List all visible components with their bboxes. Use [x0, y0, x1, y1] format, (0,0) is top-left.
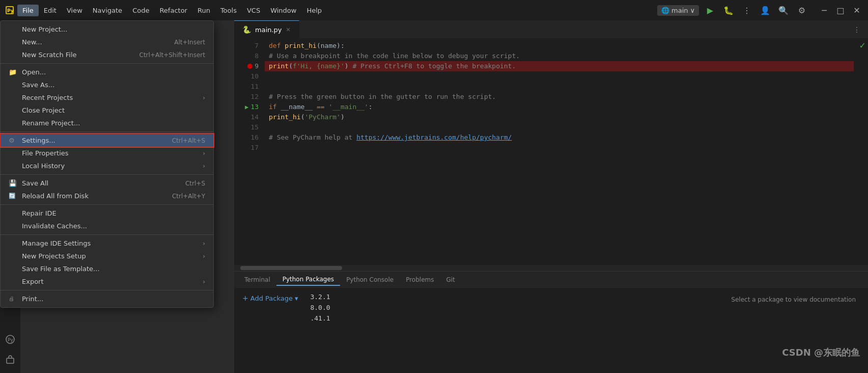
menu-refactor[interactable]: Refactor — [154, 5, 192, 16]
menu-file[interactable]: File — [17, 5, 39, 16]
minimize-button[interactable]: ─ — [817, 3, 831, 17]
line-gutter: 7 8 9 10 11 12 ▶ 13 14 15 16 17 — [234, 39, 265, 265]
code-line-14: print_hi('PyCharm') — [265, 112, 854, 122]
new-scratch-shortcut: Ctrl+Alt+Shift+Insert — [139, 51, 205, 59]
svg-rect-12 — [7, 358, 14, 363]
horizontal-scrollbar[interactable] — [234, 265, 868, 271]
new-projects-setup-arrow: › — [203, 253, 205, 260]
code-line-11 — [265, 82, 854, 92]
new-projects-setup-label: New Projects Setup — [22, 252, 199, 260]
menu-item-new-projects-setup[interactable]: New Projects Setup › — [1, 250, 213, 262]
package-item-2[interactable]: 8.0.0 — [308, 303, 575, 312]
menu-item-save-file-template[interactable]: Save File as Template... — [1, 262, 213, 275]
menu-item-invalidate-caches[interactable]: Invalidate Caches... — [1, 220, 213, 232]
close-button[interactable]: ✕ — [850, 3, 864, 17]
menu-item-file-properties[interactable]: File Properties › — [1, 147, 213, 159]
menu-vcs[interactable]: VCS — [242, 5, 265, 16]
line-num-12: 12 — [234, 92, 265, 102]
file-properties-arrow: › — [203, 150, 205, 157]
menu-item-new-project[interactable]: New Project... — [1, 23, 213, 36]
menu-edit[interactable]: Edit — [39, 5, 62, 16]
run-button[interactable]: ▶ — [703, 3, 717, 17]
print-label: Print... — [22, 295, 205, 303]
menu-item-recent-projects[interactable]: Recent Projects › — [1, 91, 213, 104]
menu-navigate[interactable]: Navigate — [88, 5, 127, 16]
menu-item-save-all[interactable]: 💾 Save All Ctrl+S — [1, 177, 213, 190]
menu-item-print[interactable]: 🖨 Print... — [1, 292, 213, 305]
line-num-14: 14 — [234, 112, 265, 122]
menu-tools[interactable]: Tools — [215, 5, 242, 16]
menu-run[interactable]: Run — [192, 5, 215, 16]
settings-icon: ⚙ — [9, 137, 19, 144]
package-item-1[interactable]: 3.2.1 — [308, 292, 575, 302]
run-configuration[interactable]: 🌐 main ∨ — [657, 5, 699, 16]
tab-actions: ⋮ — [850, 20, 868, 38]
line-num-13: ▶ 13 — [234, 102, 265, 112]
menu-item-new-scratch[interactable]: New Scratch File Ctrl+Alt+Shift+Insert — [1, 48, 213, 61]
editor-tabs: 🐍 main.py ✕ ⋮ — [234, 20, 868, 39]
bottom-panel: Terminal Python Packages Python Console … — [234, 271, 868, 373]
code-line-16: # See PyCharm help at https://www.jetbra… — [265, 132, 854, 143]
svg-text:Py: Py — [7, 8, 14, 13]
menu-item-settings[interactable]: ⚙ Settings... Ctrl+Alt+S — [1, 134, 213, 147]
title-bar: Py File Edit View Navigate Code Refactor… — [0, 0, 868, 20]
menu-item-new[interactable]: New... Alt+Insert — [1, 36, 213, 48]
menu-item-open[interactable]: 📁 Open... — [1, 66, 213, 78]
bottom-tab-git[interactable]: Git — [440, 274, 461, 285]
menu-help[interactable]: Help — [301, 5, 327, 16]
new-label: New... — [22, 38, 164, 46]
code-line-10 — [265, 71, 854, 82]
menu-item-export[interactable]: Export › — [1, 275, 213, 288]
bottom-tab-terminal[interactable]: Terminal — [238, 274, 276, 285]
code-content: def print_hi(name): # Use a breakpoint i… — [265, 39, 854, 265]
activity-plugins-icon[interactable] — [1, 351, 19, 369]
open-folder-icon: 📁 — [9, 68, 19, 76]
open-label: Open... — [22, 68, 205, 76]
save-as-label: Save As... — [22, 81, 205, 89]
reload-disk-icon: 🔄 — [9, 193, 19, 199]
line-num-8: 8 — [234, 51, 265, 61]
menu-view[interactable]: View — [62, 5, 88, 16]
code-line-7: def print_hi(name): — [265, 41, 854, 51]
bottom-tab-python-packages[interactable]: Python Packages — [276, 274, 340, 286]
menu-item-save-as[interactable]: Save As... — [1, 78, 213, 91]
export-label: Export — [22, 278, 199, 285]
maximize-button[interactable]: □ — [833, 3, 848, 17]
file-menu-dropdown: New Project... New... Alt+Insert New Scr… — [0, 20, 214, 308]
menu-window[interactable]: Window — [265, 5, 301, 16]
menu-item-close-project[interactable]: Close Project — [1, 104, 213, 117]
menu-item-repair-ide[interactable]: Repair IDE — [1, 207, 213, 220]
tab-close-button[interactable]: ✕ — [286, 26, 291, 33]
breakpoint-indicator — [247, 64, 253, 69]
menu-bar: File Edit View Navigate Code Refactor Ru… — [17, 5, 327, 16]
more-actions-button[interactable]: ⋮ — [740, 3, 754, 17]
tab-settings-button[interactable]: ⋮ — [850, 22, 864, 37]
activity-python-icon[interactable]: Py — [1, 330, 19, 349]
run-config-icon: 🌐 — [661, 7, 669, 14]
manage-ide-settings-arrow: › — [203, 240, 205, 247]
menu-item-manage-ide-settings[interactable]: Manage IDE Settings › — [1, 237, 213, 250]
editor-tab-main-py[interactable]: 🐍 main.py ✕ — [234, 20, 299, 38]
reload-disk-label: Reload All from Disk — [22, 192, 162, 200]
code-editor: 7 8 9 10 11 12 ▶ 13 14 15 16 17 — [234, 39, 868, 265]
search-everywhere-icon[interactable]: 🔍 — [776, 3, 791, 17]
bottom-tab-problems[interactable]: Problems — [400, 274, 440, 285]
menu-item-rename-project[interactable]: Rename Project... — [1, 117, 213, 129]
ide-settings-icon[interactable]: ⚙ — [795, 3, 809, 17]
divider-3 — [1, 174, 213, 175]
account-icon[interactable]: 👤 — [758, 3, 772, 17]
local-history-arrow: › — [203, 163, 205, 170]
debug-button[interactable]: 🐛 — [721, 3, 736, 17]
line-num-16: 16 — [234, 132, 265, 143]
menu-item-reload-disk[interactable]: 🔄 Reload All from Disk Ctrl+Alt+Y — [1, 190, 213, 202]
menu-code[interactable]: Code — [127, 5, 154, 16]
package-item-3[interactable]: .41.1 — [308, 313, 575, 323]
h-scrollbar-thumb[interactable] — [240, 266, 342, 270]
file-properties-label: File Properties — [22, 149, 199, 157]
bottom-tab-python-console[interactable]: Python Console — [340, 274, 400, 285]
watermark: CSDN @东眠的鱼 — [782, 347, 860, 359]
menu-item-local-history[interactable]: Local History › — [1, 159, 213, 172]
window-controls: ─ □ ✕ — [817, 3, 864, 17]
file-clean-indicator: ✓ — [859, 41, 866, 50]
add-package-button[interactable]: + Add Package ▾ — [238, 292, 302, 304]
